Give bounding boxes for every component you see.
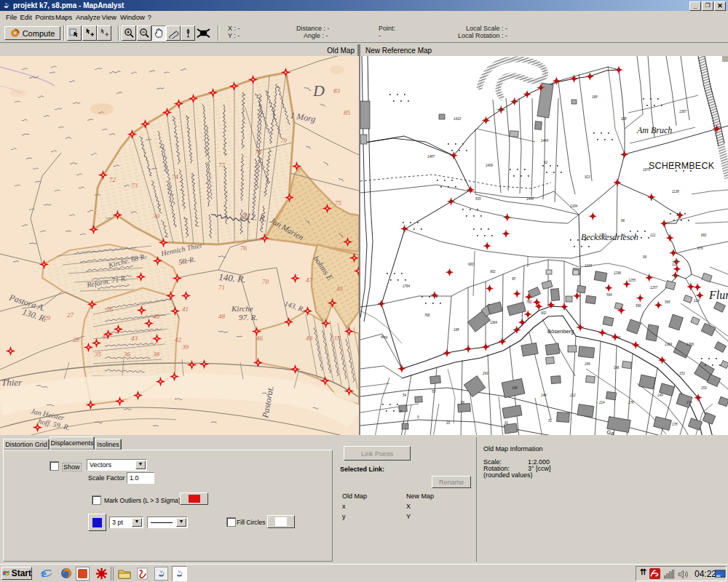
svg-text:293: 293 [482,372,488,375]
svg-text:26: 26 [106,306,114,313]
svg-text:144: 144 [541,394,547,397]
svg-text:1223: 1223 [599,234,607,237]
svg-text:1409: 1409 [486,164,494,167]
svg-text:29: 29 [44,314,51,322]
svg-text:196: 196 [614,366,620,370]
svg-text:1138: 1138 [672,190,679,194]
svg-text:923: 923 [585,175,590,179]
svg-text:97. R.: 97. R. [239,313,258,322]
svg-text:902: 902 [490,270,496,274]
svg-text:D: D [312,81,325,100]
svg-text:74: 74 [172,173,179,180]
svg-text:174: 174 [687,401,692,404]
svg-text:835: 835 [475,197,481,201]
svg-text:308: 308 [621,117,627,121]
svg-text:79: 79 [280,137,288,144]
svg-text:Beckskesdriesch: Beckskesdriesch [581,232,638,242]
svg-text:178: 178 [672,423,678,426]
svg-text:41: 41 [182,306,189,313]
svg-text:153: 153 [679,372,685,375]
svg-text:1764: 1764 [403,284,411,288]
svg-text:1487: 1487 [427,155,435,159]
svg-text:30: 30 [152,212,160,220]
svg-text:676: 676 [697,247,703,250]
svg-text:92: 92 [544,161,548,164]
svg-text:94: 94 [621,234,625,237]
svg-text:38: 38 [152,351,160,358]
svg-text:96: 96 [621,219,625,223]
svg-text:77: 77 [218,162,226,169]
svg-text:594: 594 [606,293,612,297]
svg-text:1449: 1449 [541,139,549,143]
svg-text:1410: 1410 [454,117,462,121]
svg-text:1369: 1369 [665,343,673,346]
svg-text:682: 682 [701,234,707,237]
svg-text:1979: 1979 [643,168,651,172]
svg-text:1364: 1364 [490,321,498,324]
svg-text:47: 47 [306,276,313,284]
svg-text:Flur: Flur [708,289,728,301]
svg-text:28: 28 [73,336,80,343]
svg-text:75: 75 [335,199,342,207]
svg-text:e: e [41,568,46,579]
svg-text:596: 596 [636,304,641,308]
svg-text:198: 198 [454,328,459,332]
svg-text:900: 900 [468,263,474,266]
svg-text:10: 10 [446,421,451,425]
svg-text:Thier: Thier [1,377,23,388]
svg-text:46: 46 [256,335,264,342]
svg-text:48: 48 [218,313,226,320]
svg-text:Am Bruch: Am Bruch [636,125,672,135]
svg-text:124: 124 [694,299,700,303]
svg-text:72: 72 [109,176,116,183]
svg-text:54: 54 [403,394,407,397]
svg-text:148: 148 [512,386,518,390]
svg-text:189: 189 [585,362,590,366]
svg-text:31: 31 [180,258,187,265]
svg-text:Bösenberg: Bösenberg [547,328,574,335]
svg-text:212: 212 [569,394,576,397]
svg-text:95: 95 [512,277,516,281]
svg-text:83: 83 [333,87,341,95]
svg-text:40: 40 [153,313,160,320]
svg-text:1366: 1366 [687,343,695,346]
svg-text:760: 760 [526,300,532,304]
svg-text:27: 27 [67,311,74,319]
svg-text:71: 71 [218,284,225,291]
svg-text:85: 85 [344,109,351,116]
svg-text:70: 70 [262,278,269,285]
svg-text:214: 214 [598,401,605,404]
svg-text:35: 35 [94,351,102,358]
svg-text:1367: 1367 [679,110,687,113]
svg-text:1296: 1296 [614,271,622,275]
svg-text:178: 178 [628,401,634,404]
svg-text:36: 36 [123,351,131,358]
svg-text:56: 56 [461,401,465,404]
svg-text:49: 49 [306,335,313,342]
svg-text:73: 73 [131,182,138,189]
svg-text:37: 37 [333,335,341,342]
svg-text:1448: 1448 [526,197,534,201]
svg-text:Kirche: Kirche [231,304,253,313]
svg-text:1255: 1255 [628,279,636,282]
svg-text:45: 45 [336,285,344,292]
svg-text:76: 76 [242,212,249,220]
svg-text:39: 39 [181,343,189,351]
svg-text:1219: 1219 [585,264,593,268]
svg-text:153: 153 [701,386,707,390]
svg-text:76: 76 [240,244,248,252]
svg-text:99: 99 [643,255,647,259]
svg-text:149: 149 [657,394,663,397]
svg-text:51: 51 [548,419,553,423]
svg-text:Weg: Weg [381,335,388,339]
svg-text:SCHERMBECK: SCHERMBECK [649,159,714,170]
svg-text:121: 121 [650,234,656,237]
svg-text:1257: 1257 [650,286,658,290]
svg-text:1304: 1304 [570,204,578,208]
svg-text:91: 91 [505,421,509,425]
svg-text:42: 42 [175,336,182,343]
svg-text:168: 168 [592,95,598,99]
svg-text:902: 902 [541,311,547,315]
svg-text:55: 55 [432,390,436,394]
svg-text:78: 78 [255,148,262,156]
